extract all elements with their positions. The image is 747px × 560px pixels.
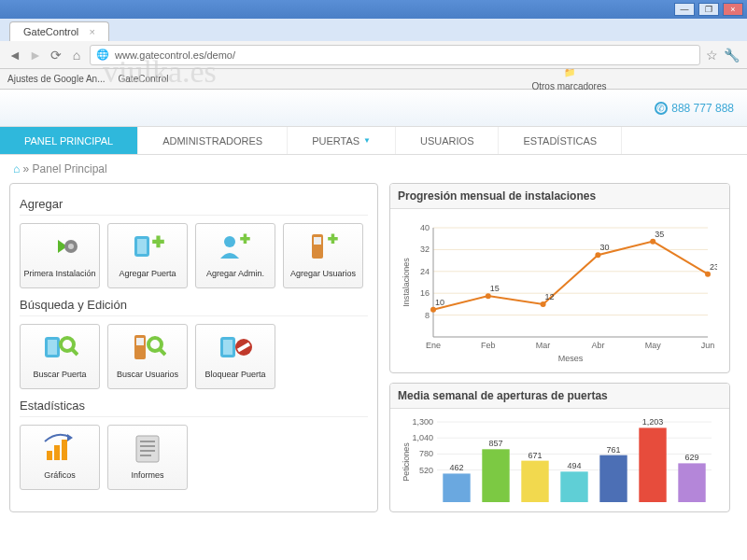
svg-text:671: 671 <box>528 451 542 460</box>
svg-text:1,203: 1,203 <box>642 418 664 427</box>
bookmark-bar: Ajustes de Google An... GateControl 📁 Ot… <box>0 69 747 90</box>
svg-text:23: 23 <box>710 262 717 272</box>
svg-text:Abr: Abr <box>591 341 604 350</box>
svg-point-9 <box>61 338 74 351</box>
svg-text:857: 857 <box>488 439 502 448</box>
svg-text:629: 629 <box>684 453 698 462</box>
svg-point-47 <box>650 239 655 245</box>
globe-icon: 🌐 <box>96 49 109 61</box>
card-label: Agregar Puerta <box>110 263 185 284</box>
phone-search-icon <box>110 330 185 364</box>
svg-text:Feb: Feb <box>481 341 496 350</box>
minimize-button[interactable]: — <box>674 3 695 16</box>
chart-aperturas: Media semanal de aperturas de puertas 52… <box>389 383 730 512</box>
breadcrumb: ⌂ » Panel Principal <box>0 155 747 183</box>
folder-icon: 📁 <box>564 67 575 77</box>
reload-icon[interactable]: ⟳ <box>49 48 63 63</box>
svg-text:24: 24 <box>420 267 430 276</box>
svg-text:30: 30 <box>599 243 609 252</box>
svg-point-41 <box>486 293 491 299</box>
svg-text:520: 520 <box>419 466 433 475</box>
close-window-button[interactable]: × <box>723 3 743 16</box>
home-icon[interactable]: ⌂ <box>69 48 84 63</box>
chevron-down-icon: ▼ <box>363 127 371 155</box>
svg-rect-12 <box>136 338 144 345</box>
browser-tab[interactable]: GateControl × <box>9 21 109 41</box>
card-phone-plus[interactable]: Agregar Usuarios <box>283 223 363 288</box>
svg-rect-6 <box>314 237 321 245</box>
other-bookmarks[interactable]: 📁 Otros marcadores <box>399 67 740 91</box>
url-text: www.gatecontrol.es/demo/ <box>115 49 235 61</box>
back-icon[interactable]: ◄ <box>7 48 22 63</box>
nav-panel-principal[interactable]: PANEL PRINCIPAL <box>0 127 138 154</box>
wrench-icon[interactable]: 🔧 <box>724 48 740 63</box>
phone-number: ✆ 888 777 888 <box>655 102 734 115</box>
svg-text:12: 12 <box>545 292 555 301</box>
phone-icon: ✆ <box>655 102 668 115</box>
nav-usuarios[interactable]: USUARIOS <box>396 127 499 154</box>
svg-text:35: 35 <box>655 230 664 239</box>
svg-text:1,300: 1,300 <box>412 418 433 427</box>
svg-rect-21 <box>62 440 67 460</box>
card-report[interactable]: Informes <box>107 425 188 490</box>
svg-text:32: 32 <box>420 245 430 254</box>
svg-rect-16 <box>223 340 233 355</box>
svg-rect-78 <box>639 427 666 502</box>
svg-point-49 <box>705 272 711 277</box>
svg-text:462: 462 <box>449 463 463 472</box>
close-tab-icon[interactable]: × <box>89 26 94 37</box>
card-label: Bloquear Puerta <box>198 364 273 385</box>
card-label: Primera Instalación <box>22 263 97 284</box>
svg-rect-76 <box>599 455 627 502</box>
card-door-block[interactable]: Bloquear Puerta <box>195 324 275 389</box>
address-bar: ◄ ► ⟳ ⌂ 🌐 www.gatecontrol.es/demo/ ☆ 🔧 <box>0 41 747 69</box>
card-label: Buscar Puerta <box>22 364 97 385</box>
svg-rect-74 <box>560 471 587 502</box>
nav-puertas[interactable]: PUERTAS▼ <box>288 127 396 154</box>
bookmark-star-icon[interactable]: ☆ <box>706 48 718 63</box>
svg-text:May: May <box>645 341 662 350</box>
nav-administradores[interactable]: ADMINISTRADORES <box>138 127 288 154</box>
section-title-busqueda: Búsqueda y Edición <box>20 298 368 316</box>
card-door-search[interactable]: Buscar Puerta <box>20 324 100 389</box>
svg-text:780: 780 <box>419 449 433 458</box>
svg-text:40: 40 <box>420 223 430 232</box>
svg-point-4 <box>224 236 235 247</box>
card-door-plus[interactable]: Agregar Puerta <box>107 223 188 288</box>
card-phone-search[interactable]: Buscar Usuarios <box>107 324 188 389</box>
forward-icon[interactable]: ► <box>28 48 43 63</box>
bars-arrow-icon <box>22 431 97 465</box>
svg-line-14 <box>160 349 165 355</box>
door-search-icon <box>22 330 97 364</box>
svg-rect-3 <box>137 239 147 254</box>
svg-text:Jun: Jun <box>701 341 715 350</box>
url-input[interactable]: 🌐 www.gatecontrol.es/demo/ <box>90 45 700 65</box>
left-panel: Agregar Primera InstalaciónAgregar Puert… <box>9 183 378 512</box>
maximize-button[interactable]: ❐ <box>698 3 719 16</box>
nav-estadisticas[interactable]: ESTADÍSTICAS <box>499 127 622 154</box>
card-arrow-gear[interactable]: Primera Instalación <box>20 223 100 288</box>
main-nav: PANEL PRINCIPAL ADMINISTRADORES PUERTAS▼… <box>0 127 747 155</box>
card-label: Informes <box>110 465 185 485</box>
svg-text:494: 494 <box>567 461 581 470</box>
svg-text:Ene: Ene <box>426 341 441 350</box>
svg-line-10 <box>72 349 78 355</box>
top-banner: ✆ 888 777 888 <box>0 90 747 127</box>
svg-rect-68 <box>443 473 470 502</box>
card-bars-arrow[interactable]: Gráficos <box>20 425 100 490</box>
svg-text:15: 15 <box>490 284 500 293</box>
svg-text:8: 8 <box>425 311 430 320</box>
card-label: Buscar Usuarios <box>110 364 185 385</box>
bookmark-item[interactable]: Ajustes de Google An... <box>7 74 106 84</box>
svg-point-39 <box>430 307 436 313</box>
card-user-plus[interactable]: Agregar Admin. <box>195 223 275 288</box>
svg-text:Instalaciones: Instalaciones <box>402 258 411 307</box>
breadcrumb-home-icon[interactable]: ⌂ <box>13 162 20 175</box>
svg-rect-72 <box>521 461 548 502</box>
phone-plus-icon <box>286 230 360 263</box>
arrow-gear-icon <box>22 230 97 263</box>
chart-title: Media semanal de aperturas de puertas <box>390 384 729 409</box>
svg-rect-80 <box>678 463 705 502</box>
svg-point-45 <box>595 252 600 258</box>
bookmark-item[interactable]: GateControl <box>119 74 169 84</box>
